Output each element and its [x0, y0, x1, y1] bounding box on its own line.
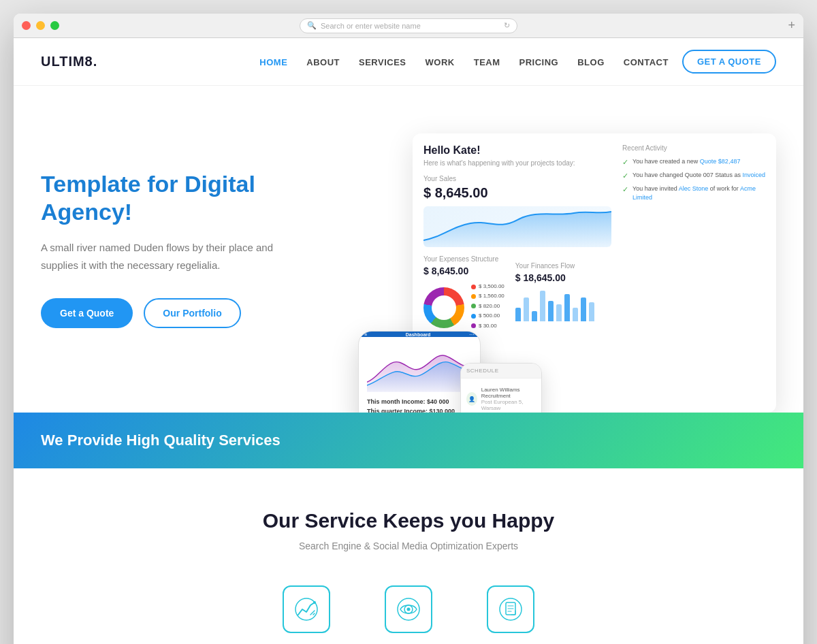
service-item-1 [283, 585, 330, 633]
nav-item-contact[interactable]: CONTACT [624, 57, 669, 67]
service-item-3 [487, 585, 534, 633]
phone-chart [367, 345, 472, 393]
hero-buttons: Get a Quote Our Portfolio [41, 298, 345, 328]
minimize-button[interactable] [36, 21, 45, 30]
activity-text-3: You have invited Alec Stone of work for … [632, 184, 765, 202]
blue-banner: We Provide High Quality Services [14, 413, 803, 468]
hero-content: Template for Digital Agency! A small riv… [41, 170, 372, 370]
svg-point-7 [500, 598, 522, 620]
dashboard-sub: Here is what's happening with your proje… [423, 159, 611, 167]
finances-amount: $ 18,645.00 [515, 272, 594, 283]
mac-window: 🔍 Search or enter website name ↻ + ULTIM… [14, 14, 803, 644]
activity-item-3: ✓ You have invited Alec Stone of work fo… [622, 184, 765, 202]
dashboard-greeting: Hello Kate! [423, 144, 611, 157]
dashboard-left: Hello Kate! Here is what's happening wit… [423, 144, 611, 336]
nav-links: HOME ABOUT SERVICES WORK TEAM PRICING BL… [259, 56, 669, 68]
nav-item-about[interactable]: ABOUT [306, 57, 340, 67]
address-bar[interactable]: 🔍 Search or enter website name ↻ [300, 18, 517, 33]
ps-icon-1: 👤 [466, 392, 477, 406]
growth-icon-box [283, 585, 330, 633]
expenses-amount: $ 8,645.00 [423, 265, 504, 276]
nav-item-blog[interactable]: BLOG [577, 57, 605, 67]
navbar: ULTIM8. HOME ABOUT SERVICES WORK TEAM PR… [14, 38, 803, 86]
activity-text-1: You have created a new Quote $82,487 [632, 157, 740, 166]
growth-icon [294, 597, 319, 622]
activity-item-2: ✓ You have changed Quote 007 Status as I… [622, 171, 765, 180]
nav-item-work[interactable]: WORK [426, 57, 455, 67]
eye-icon-box [385, 585, 432, 633]
nav-item-services[interactable]: SERVICES [359, 57, 406, 67]
refresh-icon[interactable]: ↻ [504, 21, 510, 30]
dashboard-body: Hello Kate! Here is what's happening wit… [413, 133, 776, 347]
check-icon-1: ✓ [622, 158, 628, 167]
svg-point-6 [407, 608, 411, 611]
portfolio-button[interactable]: Our Portfolio [144, 298, 240, 328]
maximize-button[interactable] [50, 21, 59, 30]
search-icon: 🔍 [307, 21, 317, 30]
svg-point-1 [313, 601, 316, 604]
service-item-2 [385, 585, 432, 633]
document-icon-box [487, 585, 534, 633]
activity-item-1: ✓ You have created a new Quote $82,487 [622, 157, 765, 167]
address-bar-text: Search or enter website name [321, 22, 421, 30]
eye-icon [396, 597, 421, 622]
mac-titlebar: 🔍 Search or enter website name ↻ + [14, 14, 803, 38]
get-quote-nav-button[interactable]: GET A QUOTE [682, 50, 776, 74]
banner-text: We Provide High Quality Services [41, 432, 281, 449]
activity-title: Recent Activity [622, 144, 765, 152]
expenses-label: Your Expenses Structure [423, 255, 504, 263]
phone-title-text: Dashboard [367, 332, 469, 337]
finances-bar-chart [515, 287, 594, 321]
ps-location-1: Post European 5, Warsaw [481, 399, 536, 411]
svg-line-3 [313, 613, 315, 615]
services-title: Our Service Keeps you Happy [41, 509, 776, 532]
dashboard-right: Recent Activity ✓ You have created a new… [622, 144, 765, 336]
services-icons-row [41, 585, 776, 644]
check-icon-2: ✓ [622, 172, 628, 180]
services-section: Our Service Keeps you Happy Search Engin… [14, 468, 803, 644]
new-tab-button[interactable]: + [788, 18, 795, 33]
sales-amount: $ 8,645.00 [423, 185, 611, 201]
nav-item-home[interactable]: HOME [259, 57, 287, 67]
phone-income-quarter: This quarter Income: $130 000 [367, 408, 472, 413]
ps-item-1: 👤 Lauren Williams Recruitment Post Europ… [466, 384, 536, 413]
document-icon [498, 597, 523, 622]
hero-title: Template for Digital Agency! [41, 170, 345, 226]
phone-income-month: This month Income: $40 000 [367, 398, 472, 405]
sales-label: Your Sales [423, 175, 611, 182]
phone-menu-icon: ⋯ [469, 332, 475, 338]
month-income-label: This month Income: $40 000 [367, 398, 449, 405]
hero-description: A small river named Duden flows by their… [41, 239, 300, 274]
ps-name-1: Lauren Williams Recruitment [481, 387, 536, 399]
mac-window-controls [22, 21, 59, 30]
quarter-income-label: This quarter Income: $130 000 [367, 408, 455, 413]
finances-label: Your Finances Flow [515, 262, 594, 270]
check-icon-3: ✓ [622, 185, 628, 194]
site-content: ULTIM8. HOME ABOUT SERVICES WORK TEAM PR… [14, 38, 803, 644]
phone-mockup-small: SCHEDULE 👤 Lauren Williams Recruitment P… [460, 363, 542, 413]
schedule-label: SCHEDULE [466, 368, 536, 374]
activity-text-2: You have changed Quote 007 Status as Inv… [632, 171, 765, 180]
phone-small-screen: 👤 Lauren Williams Recruitment Post Europ… [461, 379, 541, 413]
hero-dashboard-mockup: Hello Kate! Here is what's happening wit… [372, 127, 776, 413]
close-button[interactable] [22, 21, 31, 30]
sales-chart [423, 206, 611, 247]
nav-logo[interactable]: ULTIM8. [41, 54, 97, 69]
nav-item-team[interactable]: TEAM [474, 57, 500, 67]
services-subtitle: Search Engine & Social Media Optimizatio… [41, 541, 776, 551]
phone-stats: This month Income: $40 000 This quarter … [367, 398, 472, 413]
nav-item-pricing[interactable]: PRICING [519, 57, 559, 67]
get-quote-hero-button[interactable]: Get a Quote [41, 298, 133, 328]
hero-section: Template for Digital Agency! A small riv… [14, 86, 803, 413]
expenses-donut-chart [423, 287, 464, 328]
